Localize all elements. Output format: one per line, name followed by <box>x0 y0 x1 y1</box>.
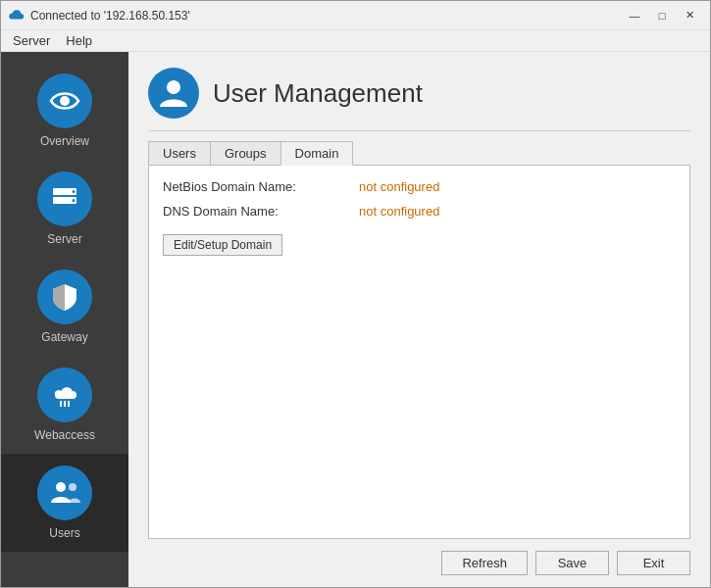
tab-users[interactable]: Users <box>148 141 211 166</box>
page-header-icon-circle <box>148 68 199 119</box>
minimize-button[interactable]: — <box>622 6 647 25</box>
content-area: User Management Users Groups Domain NetB… <box>128 52 710 588</box>
users-icon <box>49 477 80 509</box>
svg-point-4 <box>73 199 76 202</box>
window-controls: — □ ✕ <box>622 6 702 25</box>
dns-row: DNS Domain Name: not configured <box>163 204 676 219</box>
tab-domain[interactable]: Domain <box>280 141 354 166</box>
netbios-label: NetBios Domain Name: <box>163 179 359 194</box>
server-icon-circle <box>37 172 92 226</box>
sidebar-item-webaccess[interactable]: Webaccess <box>1 356 128 454</box>
svg-point-6 <box>69 483 76 491</box>
svg-point-0 <box>60 96 70 106</box>
sidebar: Overview Server Gateway <box>1 52 128 588</box>
exit-button[interactable]: Exit <box>617 551 690 575</box>
header-divider <box>148 130 690 131</box>
main-layout: Overview Server Gateway <box>1 52 710 588</box>
sidebar-label-server: Server <box>47 232 81 246</box>
netbios-value: not configured <box>359 179 439 194</box>
svg-point-5 <box>56 482 66 492</box>
edit-setup-domain-button[interactable]: Edit/Setup Domain <box>163 234 282 256</box>
sidebar-item-overview[interactable]: Overview <box>1 62 128 160</box>
menubar: Server Help <box>1 30 710 52</box>
server-icon <box>49 183 80 215</box>
shield-icon <box>49 281 80 313</box>
tabs: Users Groups Domain <box>148 141 690 166</box>
close-button[interactable]: ✕ <box>677 6 702 25</box>
sidebar-label-users: Users <box>49 526 79 540</box>
sidebar-item-users[interactable]: Users <box>1 454 128 552</box>
sidebar-item-gateway[interactable]: Gateway <box>1 258 128 356</box>
svg-point-3 <box>73 190 76 193</box>
webaccess-icon-circle <box>37 368 92 422</box>
refresh-button[interactable]: Refresh <box>441 551 528 575</box>
sidebar-label-gateway: Gateway <box>41 330 87 344</box>
window-title: Connected to '192.168.50.153' <box>30 9 622 23</box>
page-title: User Management <box>213 78 423 109</box>
menu-server[interactable]: Server <box>5 31 58 50</box>
users-icon-circle <box>37 466 92 520</box>
bottom-bar: Refresh Save Exit <box>148 543 690 579</box>
tab-groups[interactable]: Groups <box>210 141 281 166</box>
eye-icon <box>49 85 80 117</box>
netbios-row: NetBios Domain Name: not configured <box>163 179 676 194</box>
save-button[interactable]: Save <box>535 551 609 575</box>
user-management-icon <box>158 77 189 109</box>
sidebar-label-overview: Overview <box>40 134 89 148</box>
gateway-icon-circle <box>37 270 92 324</box>
app-icon <box>9 8 25 24</box>
titlebar: Connected to '192.168.50.153' — □ ✕ <box>1 1 710 30</box>
maximize-button[interactable]: □ <box>649 6 675 25</box>
cloud-icon <box>49 379 80 411</box>
domain-tab-panel: NetBios Domain Name: not configured DNS … <box>148 165 690 539</box>
page-header: User Management <box>148 68 690 119</box>
sidebar-item-server[interactable]: Server <box>1 160 128 258</box>
sidebar-label-webaccess: Webaccess <box>34 428 95 442</box>
dns-label: DNS Domain Name: <box>163 204 359 219</box>
svg-point-7 <box>167 80 180 94</box>
dns-value: not configured <box>359 204 439 219</box>
overview-icon-circle <box>37 74 92 128</box>
menu-help[interactable]: Help <box>58 31 100 50</box>
